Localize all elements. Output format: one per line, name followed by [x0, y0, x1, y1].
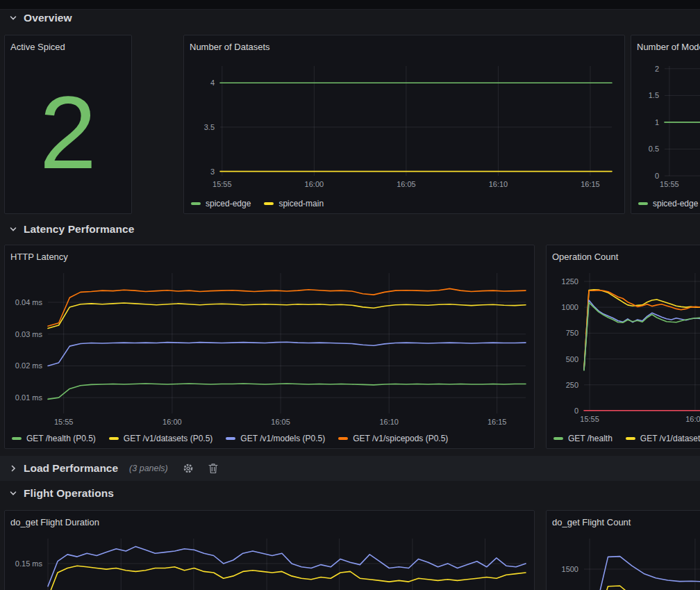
section-delete-button[interactable]: [208, 463, 218, 474]
section-title: Load Performance: [24, 462, 118, 475]
panel-title[interactable]: Number of Models: [637, 41, 700, 56]
grafana-dashboard: Overview Active Spiced 2 Number of Datas…: [0, 0, 700, 590]
svg-text:3.5: 3.5: [204, 123, 215, 131]
svg-text:16:15: 16:15: [581, 180, 600, 188]
svg-text:0: 0: [574, 407, 578, 415]
legend-series-label: GET /v1/models (P0.5): [240, 434, 325, 443]
legend-item[interactable]: GET /health: [553, 434, 612, 443]
panel-active-spiced: Active Spiced 2: [4, 35, 132, 214]
chevron-down-icon: [9, 225, 17, 233]
section-title: Latency Performance: [24, 223, 135, 236]
panel-count-label: (3 panels): [129, 464, 168, 473]
chevron-right-icon: [9, 464, 17, 473]
flight-count-chart[interactable]: 1500: [552, 532, 700, 590]
svg-text:16:15: 16:15: [488, 418, 507, 426]
gear-icon: [183, 463, 194, 474]
legend-series-label: spiced-edge: [653, 199, 698, 208]
section-header-load-performance[interactable]: Load Performance (3 panels): [0, 456, 700, 481]
panel-title[interactable]: do_get Flight Duration: [10, 516, 528, 532]
panel-title[interactable]: HTTP Latency: [10, 251, 528, 266]
panel-title[interactable]: Active Spiced: [10, 41, 126, 56]
svg-text:1250: 1250: [562, 277, 578, 286]
top-bar: [0, 0, 700, 10]
svg-text:0: 0: [655, 172, 659, 180]
legend-series-label: spiced-main: [278, 199, 324, 208]
svg-text:0.01 ms: 0.01 ms: [15, 393, 43, 402]
operation-count-chart[interactable]: 02505007501000125015:5516:0016:0516:1016…: [552, 266, 700, 426]
svg-text:16:10: 16:10: [379, 418, 399, 426]
legend-series-label: GET /v1/datasets: [640, 434, 700, 443]
svg-text:0.04 ms: 0.04 ms: [15, 298, 43, 306]
legend-series-color: [264, 202, 274, 205]
svg-text:500: 500: [566, 355, 578, 363]
panel-http-latency: HTTP Latency 0.01 ms0.02 ms0.03 ms0.04 m…: [4, 245, 535, 449]
legend-item[interactable]: GET /health (P0.5): [12, 434, 96, 443]
chevron-down-icon: [9, 489, 17, 498]
legend-item[interactable]: spiced-edge: [191, 199, 251, 208]
panel-number-of-models: Number of Models 00.511.5215:5516:0016:0…: [631, 35, 700, 214]
svg-text:15:55: 15:55: [660, 180, 679, 188]
legend-series-color: [626, 437, 635, 440]
stat-value: 2: [5, 58, 131, 208]
section-settings-button[interactable]: [183, 463, 194, 474]
panel-do-get-flight-count: do_get Flight Count 1500: [546, 510, 700, 590]
legend-series-color: [553, 437, 563, 440]
svg-text:1.5: 1.5: [649, 91, 659, 99]
legend-item[interactable]: GET /v1/models (P0.5): [226, 434, 325, 443]
svg-text:15:55: 15:55: [212, 180, 232, 188]
section-header-flight-operations[interactable]: Flight Operations: [9, 487, 114, 500]
legend-series-label: GET /v1/datasets (P0.5): [124, 434, 213, 443]
chart-legend: GET /healthGET /v1/datasets: [553, 434, 700, 443]
flight-duration-chart[interactable]: 0.15 ms: [10, 532, 530, 590]
svg-text:16:00: 16:00: [162, 418, 182, 426]
panel-do-get-flight-duration: do_get Flight Duration 0.15 ms: [4, 510, 535, 590]
svg-text:16:05: 16:05: [397, 180, 416, 188]
legend-series-label: GET /health: [568, 434, 612, 443]
legend-item[interactable]: GET /v1/datasets: [626, 434, 700, 443]
chart-legend: GET /health (P0.5)GET /v1/datasets (P0.5…: [12, 434, 448, 443]
legend-series-color: [12, 437, 22, 440]
svg-text:4: 4: [210, 79, 215, 87]
svg-text:1000: 1000: [562, 303, 578, 311]
trash-icon: [208, 463, 218, 474]
datasets-chart[interactable]: 33.5415:5516:0016:0516:1016:15: [190, 56, 620, 192]
legend-series-label: GET /v1/spicepods (P0.5): [353, 434, 448, 443]
legend-series-label: spiced-edge: [206, 199, 251, 208]
legend-item[interactable]: GET /v1/spicepods (P0.5): [338, 434, 448, 443]
chevron-down-icon: [9, 14, 17, 22]
svg-text:2: 2: [655, 65, 659, 73]
svg-text:16:10: 16:10: [489, 180, 508, 188]
svg-text:16:05: 16:05: [271, 418, 290, 426]
legend-series-label: GET /health (P0.5): [26, 434, 96, 443]
svg-text:0.5: 0.5: [649, 145, 659, 153]
section-header-latency-performance[interactable]: Latency Performance: [9, 223, 135, 236]
section-title: Overview: [24, 12, 72, 24]
svg-text:1: 1: [655, 118, 659, 126]
svg-text:15:55: 15:55: [54, 418, 74, 426]
legend-series-color: [338, 437, 348, 440]
http-latency-chart[interactable]: 0.01 ms0.02 ms0.03 ms0.04 ms15:5516:0016…: [10, 266, 530, 426]
svg-text:0.03 ms: 0.03 ms: [15, 330, 43, 338]
svg-text:750: 750: [566, 329, 578, 337]
section-header-overview[interactable]: Overview: [9, 12, 72, 24]
section-title: Flight Operations: [24, 487, 114, 500]
panel-title[interactable]: do_get Flight Count: [552, 516, 700, 532]
svg-text:16:00: 16:00: [685, 415, 700, 423]
legend-item[interactable]: GET /v1/datasets (P0.5): [109, 434, 213, 443]
models-chart[interactable]: 00.511.5215:5516:0016:0516:1016:15: [637, 56, 700, 192]
svg-text:15:55: 15:55: [580, 415, 599, 423]
panel-title[interactable]: Number of Datasets: [190, 41, 619, 56]
svg-text:0.15 ms: 0.15 ms: [15, 559, 43, 568]
legend-item[interactable]: spiced-main: [264, 199, 324, 208]
legend-series-color: [109, 437, 119, 440]
svg-text:250: 250: [566, 381, 578, 389]
panel-number-of-datasets: Number of Datasets 33.5415:5516:0016:051…: [183, 35, 625, 214]
svg-text:16:00: 16:00: [305, 180, 324, 188]
panel-title[interactable]: Operation Count: [552, 251, 700, 266]
legend-item[interactable]: spiced-edge: [638, 199, 698, 208]
chart-legend: spiced-edgespiced-main: [191, 199, 324, 208]
legend-series-color: [191, 202, 201, 205]
svg-text:1500: 1500: [562, 565, 578, 573]
legend-series-color: [638, 202, 648, 205]
svg-text:0.02 ms: 0.02 ms: [15, 361, 43, 370]
